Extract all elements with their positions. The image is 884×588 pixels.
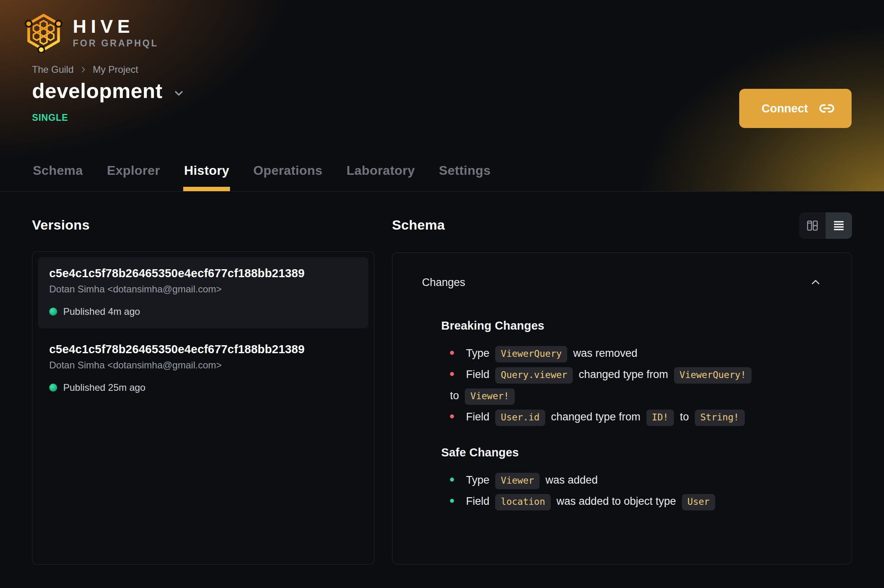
code-chip: String!	[695, 410, 745, 426]
changes-panel: Changes Breaking ChangesType ViewerQuery…	[392, 252, 852, 564]
target-mode-badge: SINGLE	[32, 112, 68, 123]
breadcrumb-project-link[interactable]: My Project	[93, 64, 138, 75]
breadcrumb: The Guild My Project	[32, 64, 138, 75]
version-hash: c5e4c1c5f78b26465350e4ecf677cf188bb21389	[49, 343, 357, 356]
main-content: Versions c5e4c1c5f78b26465350e4ecf677cf1…	[0, 192, 884, 565]
breadcrumb-org-link[interactable]: The Guild	[32, 64, 74, 75]
version-status-row: Published 25m ago	[49, 382, 357, 393]
version-card[interactable]: c5e4c1c5f78b26465350e4ecf677cf188bb21389…	[38, 333, 368, 404]
change-list: Type Viewer was addedField location was …	[441, 470, 822, 512]
brand-name: HIVE	[73, 17, 158, 36]
change-group-title: Breaking Changes	[441, 319, 822, 332]
schema-header: Schema	[392, 192, 852, 239]
tab-explorer[interactable]: Explorer	[106, 163, 161, 191]
hive-logo-link[interactable]: HIVE FOR GRAPHQL	[23, 12, 158, 53]
change-text: Type	[466, 474, 492, 486]
page-header: HIVE FOR GRAPHQL The Guild My Project de…	[0, 0, 884, 192]
tab-schema[interactable]: Schema	[32, 163, 84, 191]
change-item: Field location was added to object type …	[450, 491, 822, 512]
tab-bar: Schema Explorer History Operations Labor…	[32, 163, 492, 191]
columns-view-button[interactable]	[799, 212, 826, 239]
chevron-right-icon	[79, 66, 87, 74]
bullet-dot-icon	[450, 414, 454, 418]
status-dot-icon	[49, 308, 57, 316]
change-item: Type ViewerQuery was removed	[450, 343, 822, 364]
changes-title: Changes	[422, 276, 465, 289]
versions-column: Versions c5e4c1c5f78b26465350e4ecf677cf1…	[32, 192, 374, 565]
tab-label: Schema	[33, 163, 83, 178]
change-text: Field	[466, 495, 492, 507]
version-author: Dotan Simha <dotansimha@gmail.com>	[49, 360, 357, 371]
versions-heading: Versions	[32, 217, 374, 233]
change-text: Field	[466, 368, 492, 380]
chevron-up-icon	[809, 276, 822, 289]
code-chip: ID!	[646, 410, 674, 426]
change-list: Type ViewerQuery was removedField Query.…	[441, 343, 822, 428]
code-chip: Viewer	[495, 473, 540, 489]
version-card[interactable]: c5e4c1c5f78b26465350e4ecf677cf188bb21389…	[38, 257, 368, 328]
status-dot-icon	[49, 384, 57, 392]
columns-view-icon	[806, 219, 819, 232]
connect-button-label: Connect	[762, 102, 808, 115]
change-item: Field Query.viewer changed type from Vie…	[450, 364, 822, 406]
tab-label: Settings	[439, 163, 490, 178]
bullet-dot-icon	[450, 372, 454, 376]
tab-label: Operations	[253, 163, 322, 178]
change-item: Field User.id changed type from ID! to S…	[450, 406, 822, 428]
code-chip: User	[682, 494, 715, 510]
list-view-icon	[832, 219, 846, 232]
version-status: Published 25m ago	[63, 382, 145, 393]
change-text: Type	[466, 347, 492, 359]
change-text: to	[450, 390, 462, 402]
bullet-dot-icon	[450, 351, 454, 355]
tab-history[interactable]: History	[183, 163, 230, 191]
list-view-button[interactable]	[826, 212, 852, 239]
version-author: Dotan Simha <dotansimha@gmail.com>	[49, 284, 357, 295]
change-text: was added	[542, 474, 598, 486]
tab-settings[interactable]: Settings	[438, 163, 491, 191]
change-text: to	[677, 411, 692, 423]
view-toggle	[799, 212, 852, 239]
code-chip: ViewerQuery!	[674, 367, 752, 384]
active-tab-underline	[183, 187, 230, 191]
changes-collapse-toggle[interactable]: Changes	[422, 276, 822, 289]
version-status-row: Published 4m ago	[49, 306, 357, 317]
tab-label: History	[184, 163, 229, 178]
version-status: Published 4m ago	[63, 306, 140, 317]
schema-column: Schema	[392, 192, 852, 564]
change-text: Field	[466, 411, 492, 423]
code-chip: Viewer!	[465, 388, 515, 405]
change-text: changed type from	[548, 411, 644, 423]
code-chip: location	[495, 494, 551, 510]
connect-button[interactable]: Connect	[739, 89, 852, 128]
code-chip: Query.viewer	[495, 367, 573, 384]
hive-logo-icon	[23, 12, 64, 53]
tab-label: Laboratory	[346, 163, 415, 178]
change-group-safe: Safe ChangesType Viewer was addedField l…	[441, 446, 822, 512]
tab-operations[interactable]: Operations	[252, 163, 323, 191]
changes-body: Breaking ChangesType ViewerQuery was rem…	[441, 319, 822, 512]
change-group-breaking: Breaking ChangesType ViewerQuery was rem…	[441, 319, 822, 428]
change-text: was removed	[570, 347, 637, 359]
code-chip: ViewerQuery	[495, 346, 567, 362]
change-group-title: Safe Changes	[441, 446, 822, 459]
change-item: Type Viewer was added	[450, 470, 822, 491]
change-text: was added to object type	[554, 495, 679, 507]
tab-laboratory[interactable]: Laboratory	[346, 163, 416, 191]
brand-tagline: FOR GRAPHQL	[73, 39, 158, 48]
change-text: changed type from	[576, 368, 671, 380]
link-icon	[819, 100, 835, 116]
page-title: development	[32, 79, 162, 103]
versions-list: c5e4c1c5f78b26465350e4ecf677cf188bb21389…	[32, 251, 374, 565]
version-hash: c5e4c1c5f78b26465350e4ecf677cf188bb21389	[49, 267, 357, 280]
target-selector[interactable]: development	[32, 79, 186, 103]
brand-wordmark: HIVE FOR GRAPHQL	[73, 17, 158, 48]
bullet-dot-icon	[450, 478, 454, 482]
code-chip: User.id	[495, 410, 545, 426]
chevron-down-icon	[172, 86, 186, 100]
bullet-dot-icon	[450, 499, 454, 503]
schema-heading: Schema	[392, 217, 445, 233]
tab-label: Explorer	[107, 163, 160, 178]
